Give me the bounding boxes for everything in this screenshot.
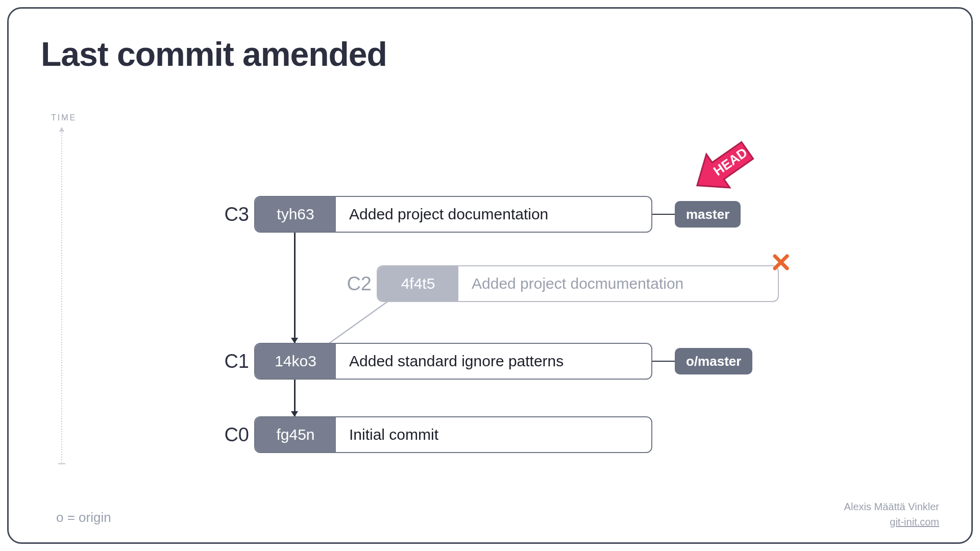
commit-box-c2: 4f4t5 Added project docmumentation bbox=[377, 265, 779, 302]
commit-row-c1: C1 14ko3 Added standard ignore patterns … bbox=[194, 343, 752, 380]
author-name: Alexis Määttä Vinkler bbox=[844, 499, 939, 514]
commit-label-c0: C0 bbox=[194, 424, 249, 446]
commit-hash-c3: tyh63 bbox=[255, 197, 336, 232]
commit-message-c3: Added project documentation bbox=[336, 206, 651, 223]
commit-box-c3: tyh63 Added project documentation bbox=[254, 196, 652, 233]
attribution: Alexis Määttä Vinkler git-init.com bbox=[844, 499, 939, 530]
commit-box-c1: 14ko3 Added standard ignore patterns bbox=[254, 343, 652, 380]
branch-link-line bbox=[652, 361, 675, 362]
commit-hash-c0: fg45n bbox=[255, 417, 336, 452]
page-title: Last commit amended bbox=[41, 35, 387, 73]
arrow-c3-c1 bbox=[294, 233, 296, 343]
commit-label-c2: C2 bbox=[316, 273, 372, 295]
legend-origin: o = origin bbox=[56, 510, 111, 525]
time-axis-label: TIME bbox=[51, 113, 77, 122]
branch-tag-omaster: o/master bbox=[675, 348, 752, 374]
commit-hash-c1: 14ko3 bbox=[255, 344, 336, 379]
branch-link-line bbox=[652, 214, 675, 215]
commit-hash-c2: 4f4t5 bbox=[378, 266, 458, 301]
commit-row-c0: C0 fg45n Initial commit bbox=[194, 416, 652, 453]
commit-label-c3: C3 bbox=[194, 204, 249, 226]
commit-box-c0: fg45n Initial commit bbox=[254, 416, 652, 453]
site-link: git-init.com bbox=[844, 514, 939, 530]
head-pointer-arrow-icon: HEAD bbox=[689, 133, 781, 204]
time-axis-line bbox=[61, 128, 62, 464]
commit-message-c2: Added project docmumentation bbox=[458, 275, 778, 292]
arrow-c1-c0 bbox=[294, 380, 296, 416]
commit-row-c3: C3 tyh63 Added project documentation mas… bbox=[194, 196, 741, 233]
delete-x-icon bbox=[772, 253, 790, 271]
commit-label-c1: C1 bbox=[194, 350, 249, 372]
commit-message-c1: Added standard ignore patterns bbox=[336, 353, 651, 370]
commit-message-c0: Initial commit bbox=[336, 426, 651, 443]
commit-row-c2: C2 4f4t5 Added project docmumentation bbox=[316, 265, 779, 302]
branch-tag-master: master bbox=[675, 201, 741, 228]
